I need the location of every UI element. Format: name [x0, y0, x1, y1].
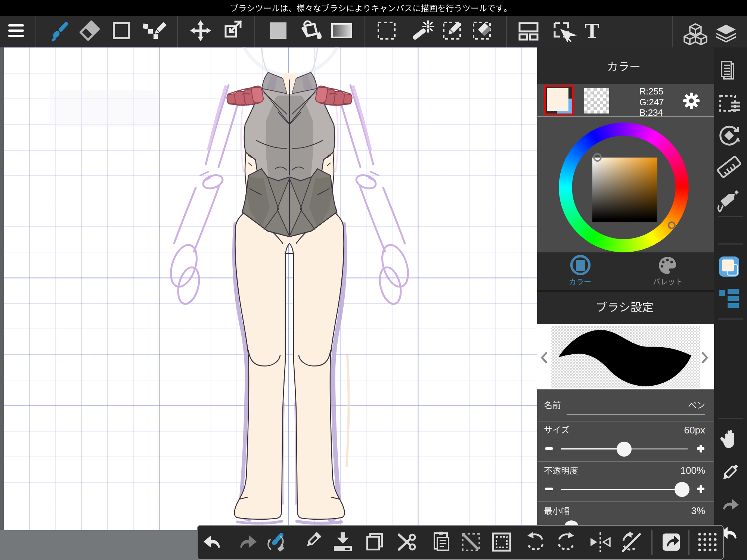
svg-text:T: T [585, 19, 599, 43]
